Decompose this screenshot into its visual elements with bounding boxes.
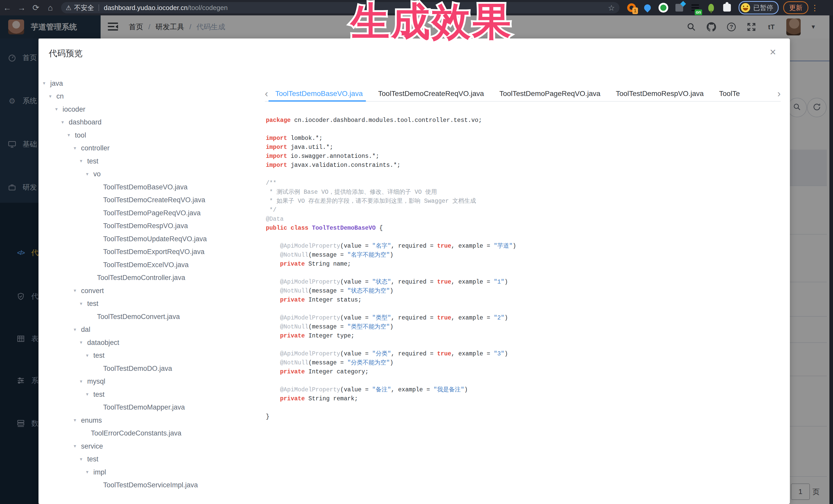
profile-paused-badge[interactable]: 已暂停	[739, 1, 779, 15]
tree-file-item[interactable]: ToolTestDemoExportReqVO.java	[42, 246, 288, 259]
tree-file-item[interactable]: ToolTestDemoPageReqVO.java	[42, 207, 288, 220]
tree-expand-caret-icon[interactable]: ▼	[54, 107, 58, 112]
tree-file-item[interactable]: ToolTestDemoServiceImpl.java	[42, 479, 288, 492]
tree-item-label: ToolTestDemoPageReqVO.java	[103, 209, 201, 217]
tree-expand-caret-icon[interactable]: ▼	[61, 120, 65, 125]
tree-item-label: ToolTestDemoRespVO.java	[103, 222, 188, 230]
tree-expand-caret-icon[interactable]: ▼	[73, 418, 77, 423]
extension-pin-icon[interactable]	[642, 2, 653, 13]
insecure-warning-icon[interactable]: ⚠	[66, 4, 71, 11]
tree-expand-caret-icon[interactable]: ▼	[42, 81, 46, 86]
tree-folder-item[interactable]: ▼test	[42, 453, 288, 466]
tree-expand-caret-icon[interactable]: ▼	[79, 379, 83, 384]
tree-folder-item[interactable]: ▼enums	[42, 414, 288, 427]
close-icon[interactable]: ×	[770, 47, 776, 57]
tree-file-item[interactable]: ToolTestDemoExcelVO.java	[42, 258, 288, 271]
tree-expand-caret-icon[interactable]: ▼	[85, 172, 89, 176]
tree-expand-caret-icon[interactable]: ▼	[85, 353, 89, 358]
back-icon[interactable]: ←	[0, 2, 15, 14]
tree-expand-caret-icon[interactable]: ▼	[73, 288, 77, 293]
tree-folder-item[interactable]: ▼dataobject	[42, 336, 288, 349]
code-line: @ApiModelProperty(value = "类型", required…	[266, 314, 516, 322]
tree-folder-item[interactable]: ▼java	[42, 77, 288, 90]
tree-folder-item[interactable]: ▼test	[42, 349, 288, 362]
file-tab-0[interactable]: ToolTestDemoBaseVO.java	[276, 90, 363, 98]
code-viewer: package cn.iocoder.dashboard.modules.too…	[266, 116, 516, 422]
tree-expand-caret-icon[interactable]: ▼	[73, 444, 77, 449]
tree-folder-item[interactable]: ▼controller	[42, 142, 288, 155]
tree-item-label: convert	[81, 287, 104, 295]
tree-folder-item[interactable]: ▼tool	[42, 129, 288, 142]
tree-folder-item[interactable]: ▼mysql	[42, 375, 288, 388]
tree-item-label: impl	[93, 468, 106, 476]
tree-expand-caret-icon[interactable]: ▼	[67, 133, 71, 138]
tree-folder-item[interactable]: ▼test	[42, 297, 288, 311]
bookmark-star-icon[interactable]: ☆	[608, 3, 615, 12]
tree-file-item[interactable]: ToolTestDemoRespVO.java	[42, 220, 288, 233]
reload-icon[interactable]: ⟳	[29, 2, 43, 14]
code-line: private String remark;	[266, 394, 516, 403]
tree-expand-caret-icon[interactable]: ▼	[79, 457, 83, 462]
tree-folder-item[interactable]: ▼cn	[42, 90, 288, 103]
extension-list-icon[interactable]: on	[690, 2, 700, 13]
tree-expand-caret-icon[interactable]: ▼	[79, 159, 83, 164]
annotation-title: 生成效果	[351, 0, 513, 43]
tree-file-item[interactable]: ToolErrorCodeConstants.java	[42, 427, 288, 440]
tree-file-item[interactable]: ToolTestDemoUpdateReqVO.java	[42, 233, 288, 246]
paused-label: 已暂停	[753, 3, 773, 12]
tree-folder-item[interactable]: ▼convert	[42, 284, 288, 297]
tree-file-item[interactable]: ToolTestDemoBaseVO.java	[42, 181, 288, 194]
tree-file-item[interactable]: ToolTestDemoController.java	[42, 271, 288, 285]
page-scrollbar[interactable]	[829, 16, 833, 504]
tree-folder-item[interactable]: ▼iocoder	[42, 103, 288, 116]
code-line: import javax.validation.constraints.*;	[266, 161, 516, 170]
tree-expand-caret-icon[interactable]: ▼	[48, 94, 52, 99]
code-preview-dialog: 代码预览 × ▼java▼cn▼iocoder▼dashboard▼tool▼c…	[39, 39, 790, 504]
tree-folder-item[interactable]: ▼test	[42, 155, 288, 168]
forward-icon[interactable]: →	[15, 2, 29, 14]
tree-file-item[interactable]: ToolTestDemoDO.java	[42, 362, 288, 375]
extension-green-circle-icon[interactable]	[658, 2, 669, 13]
tree-folder-item[interactable]: ▼test	[42, 388, 288, 401]
code-line	[266, 125, 516, 134]
code-line: @ApiModelProperty(value = "状态", required…	[266, 278, 516, 287]
tree-folder-item[interactable]: ▼dal	[42, 323, 288, 336]
url-host[interactable]: dashboard.yudao.iocoder.cn	[104, 4, 188, 12]
tabs-next-icon[interactable]: ›	[777, 89, 781, 99]
update-label: 更新	[789, 3, 803, 12]
extensions-puzzle-icon[interactable]	[722, 2, 732, 13]
extension-adblock-icon[interactable]: 1	[626, 2, 637, 13]
chrome-update-button[interactable]: 更新	[783, 1, 808, 14]
tree-folder-item[interactable]: ▼dashboard	[42, 116, 288, 129]
file-tab-4[interactable]: ToolTe	[719, 90, 740, 98]
tree-expand-caret-icon[interactable]: ▼	[85, 392, 89, 397]
tree-expand-caret-icon[interactable]: ▼	[73, 146, 77, 151]
extension-grid-icon[interactable]	[674, 2, 685, 13]
code-line: /**	[266, 179, 516, 188]
tree-item-label: controller	[81, 144, 110, 152]
tree-folder-item[interactable]: ▼impl	[42, 466, 288, 479]
file-tab-2[interactable]: ToolTestDemoPageReqVO.java	[499, 90, 600, 98]
tree-file-item[interactable]: ToolTestDemoCreateReqVO.java	[42, 194, 288, 207]
tree-folder-item[interactable]: ▼service	[42, 440, 288, 453]
tree-expand-caret-icon[interactable]: ▼	[79, 302, 83, 306]
tree-expand-caret-icon[interactable]: ▼	[73, 328, 77, 332]
tree-folder-item[interactable]: ▼vo	[42, 168, 288, 181]
browser-menu-icon[interactable]: ⋮	[811, 3, 818, 12]
tree-file-item[interactable]: ToolTestDemoConvert.java	[42, 310, 288, 323]
tree-expand-caret-icon[interactable]: ▼	[85, 470, 89, 475]
file-tab-1[interactable]: ToolTestDemoCreateReqVO.java	[378, 90, 484, 98]
extension-seedling-icon[interactable]	[706, 2, 716, 13]
code-line	[266, 170, 516, 179]
tree-expand-caret-icon[interactable]: ▼	[79, 340, 83, 345]
tree-item-label: test	[87, 455, 98, 463]
file-tab-3[interactable]: ToolTestDemoRespVO.java	[616, 90, 704, 98]
url-path[interactable]: /tool/codegen	[188, 4, 228, 12]
tree-item-label: ToolTestDemoMapper.java	[103, 403, 185, 411]
home-icon[interactable]: ⌂	[43, 2, 57, 14]
tree-file-item[interactable]: ToolTestDemoMapper.java	[42, 401, 288, 414]
address-bar[interactable]: ⚠ 不安全 dashboard.yudao.iocoder.cn /tool/c…	[61, 2, 619, 13]
tabs-prev-icon[interactable]: ‹	[265, 89, 268, 99]
omnibox-divider	[98, 4, 99, 11]
security-label[interactable]: 不安全	[74, 3, 94, 12]
